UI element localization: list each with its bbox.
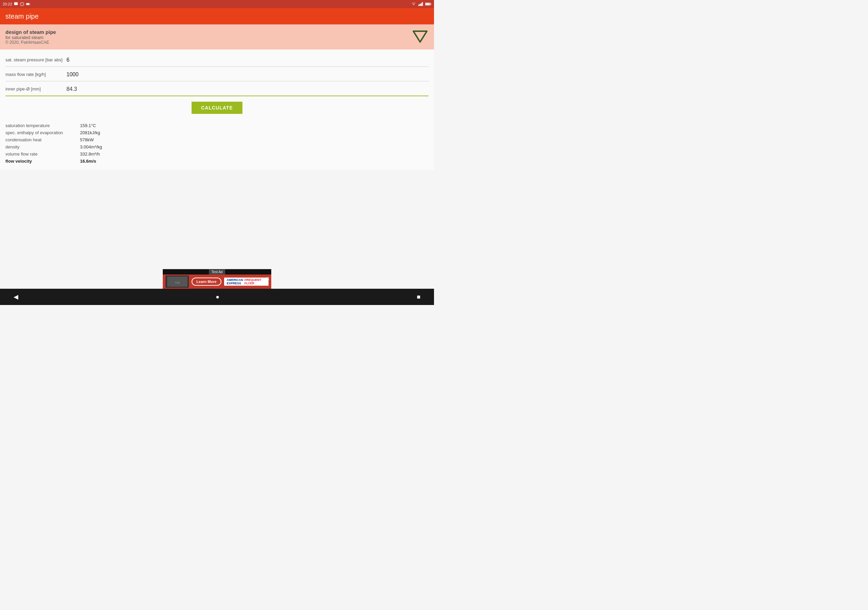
diameter-input-row: inner pipe-Ø [mm] [5,83,429,96]
pressure-label: sat. steam pressure [bar abs] [5,57,67,64]
ad-content: img Learn More AMERICAN EXPRESS FREQUENT… [163,274,271,289]
volflow-value: 332.8m³/h [80,152,100,156]
back-button[interactable]: ◀ [14,293,18,300]
nav-bar: ◀ ● ■ [0,289,434,305]
battery-status-icon [425,2,431,6]
wifi-icon [411,2,416,6]
pressure-input-row: sat. steam pressure [bar abs] [5,54,429,67]
ad-test-label: Test Ad [209,269,225,274]
svg-rect-8 [420,4,421,6]
condheat-value: 578kW [80,137,94,142]
ad-qantas: FREQUENT FLYER [245,278,266,285]
sattemp-value: 159.1°C [80,123,96,128]
status-time: 20:22 [3,2,12,6]
header-section: design of steam pipe for saturated steam… [0,25,434,50]
calculate-section: CALCULATE [5,102,429,114]
status-bar: 20:22 A [0,0,434,8]
density-value: 3.004m³/kg [80,144,102,149]
header-title: design of steam pipe [5,29,56,35]
status-right [411,2,431,6]
massflow-input-row: mass flow rate [kg/h] [5,68,429,81]
sattemp-label: saturation temperature [5,123,80,128]
result-row-density: density 3.004m³/kg [5,143,429,150]
battery-icon-left [26,2,31,6]
condheat-label: condensation heat [5,137,80,142]
result-row-condheat: condensation heat 578kW [5,136,429,143]
svg-rect-10 [422,2,423,6]
ad-right: AMERICAN EXPRESS FREQUENT FLYER [224,277,268,286]
ad-banner: Test Ad img Learn More AMERICAN EXPRESS … [163,269,271,289]
enthalpy-label: spec. enthalpy of evaporation [5,130,80,135]
ad-amex: AMERICAN EXPRESS [227,278,243,285]
results-section: saturation temperature 159.1°C spec. ent… [5,121,429,166]
svg-rect-9 [421,3,422,6]
header-subtitle: for saturated steam [5,35,56,40]
header-copyright: © 2020, PatrikHaasCAE [5,40,56,45]
header-text: design of steam pipe for saturated steam… [5,29,56,45]
result-row-enthalpy: spec. enthalpy of evaporation 2081kJ/kg [5,129,429,136]
svg-rect-13 [431,4,431,5]
svg-rect-6 [29,4,30,5]
notification-icon: A [14,2,18,6]
svg-rect-12 [426,3,429,5]
ad-close-button[interactable]: ✕ [266,276,270,281]
svg-text:img: img [175,281,179,284]
svg-rect-7 [418,5,419,6]
diameter-label: inner pipe-Ø [mm] [5,87,67,93]
svg-rect-5 [26,3,29,5]
result-row-volflow: volume flow rate 332.8m³/h [5,150,429,158]
massflow-input[interactable] [67,71,429,78]
result-row-flowvel: flow velocity 16.6m/s [5,158,429,165]
svg-marker-14 [413,31,427,42]
flowvel-value: 16.6m/s [80,159,96,164]
app-title: steam pipe [5,12,39,20]
ad-image: img [166,276,189,288]
pressure-input[interactable] [67,56,429,64]
circle-icon [20,2,25,6]
header-logo [412,28,429,45]
recent-button[interactable]: ■ [417,294,420,300]
flowvel-label: flow velocity [5,159,80,164]
massflow-label: mass flow rate [kg/h] [5,72,67,78]
calculate-button[interactable]: CALCULATE [192,102,242,114]
learn-more-button[interactable]: Learn More [192,277,221,286]
signal-icon [418,2,423,6]
result-row-sattemp: saturation temperature 159.1°C [5,122,429,129]
app-bar: steam pipe [0,8,434,25]
volflow-label: volume flow rate [5,152,80,156]
enthalpy-value: 2081kJ/kg [80,130,100,135]
home-button[interactable]: ● [215,294,219,300]
density-label: density [5,144,80,149]
status-left: 20:22 A [3,2,31,6]
diameter-input[interactable] [67,85,429,93]
main-content: sat. steam pressure [bar abs] mass flow … [0,50,434,170]
